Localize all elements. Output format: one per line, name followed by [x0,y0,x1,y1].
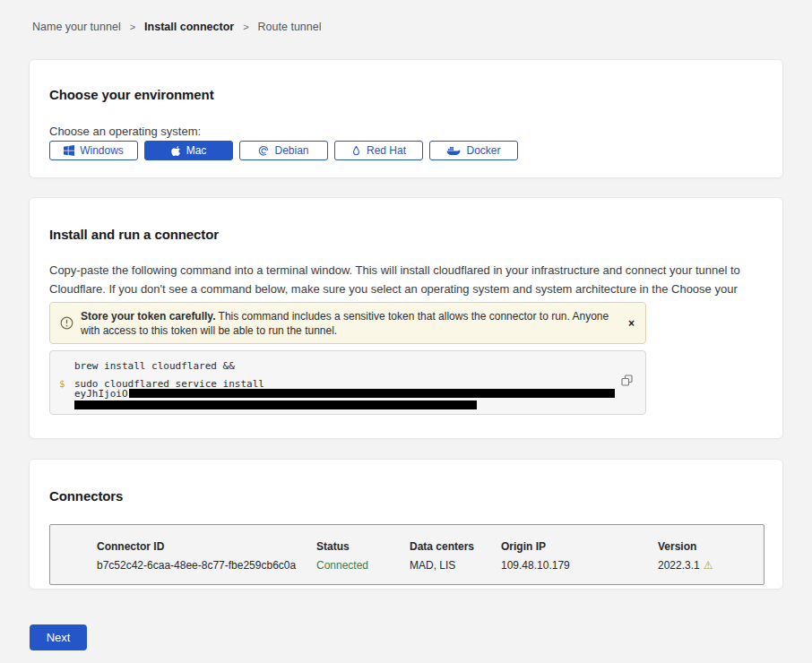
os-button-debian[interactable]: Debian [239,141,328,160]
os-button-label: Mac [186,144,207,157]
token-warning-banner: Store your token carefully. This command… [49,302,646,344]
os-button-redhat[interactable]: Red Hat [334,141,423,160]
os-button-group: Windows Mac Debian Red Hat [49,141,518,160]
breadcrumb-separator: > [130,22,135,32]
connectors-card: Connectors Connector ID Status Data cent… [29,459,783,590]
header-status: Status [316,540,410,553]
copy-icon[interactable] [621,375,633,386]
data-centers-value: MAD, LIS [410,559,501,572]
code-line-brew: brew install cloudflared && [74,360,235,372]
connectors-table: Connector ID Status Data centers Origin … [49,524,764,585]
warning-triangle-icon: ⚠ [704,559,713,572]
alert-circle-icon [60,316,73,330]
breadcrumb-step-name-your-tunnel[interactable]: Name your tunnel [32,21,121,33]
redacted-token-bar [74,400,477,409]
install-card-title: Install and run a connector [49,227,219,242]
redhat-icon [351,145,361,157]
header-version: Version [658,540,764,553]
version-value: 2022.3.1⚠ [658,559,764,572]
origin-ip-value: 109.48.10.179 [501,559,658,572]
connectors-card-title: Connectors [49,488,123,504]
shell-prompt: $ [59,378,65,390]
apple-icon [171,145,181,157]
docker-icon [446,145,461,156]
debian-icon [258,145,269,156]
version-number: 2022.3.1 [658,559,700,572]
header-data-centers: Data centers [410,540,501,553]
table-row: b7c52c42-6caa-48ee-8c77-fbe259cb6c0a Con… [50,559,764,572]
status-badge: Connected [316,559,410,572]
environment-card-title: Choose your environment [49,87,214,102]
tunnel-setup-page: Name your tunnel > Install connector > R… [0,0,812,663]
next-button[interactable]: Next [30,624,87,650]
close-icon[interactable]: × [628,318,635,329]
breadcrumb: Name your tunnel > Install connector > R… [32,21,321,33]
header-connector-id: Connector ID [97,540,316,553]
warning-message: Store your token carefully. This command… [81,309,628,338]
os-button-label: Debian [274,144,308,157]
breadcrumb-separator: > [243,22,248,32]
breadcrumb-step-install-connector[interactable]: Install connector [144,21,234,33]
redacted-token-bar [129,389,615,398]
choose-environment-card: Choose your environment Choose an operat… [29,59,783,178]
install-connector-card: Install and run a connector Copy-paste t… [29,197,783,439]
breadcrumb-step-route-tunnel[interactable]: Route tunnel [258,21,322,33]
code-line-token-2 [74,399,477,410]
connectors-table-header: Connector ID Status Data centers Origin … [50,540,764,553]
install-command-code-block: brew install cloudflared && $ sudo cloud… [49,350,646,415]
os-button-label: Windows [80,144,124,157]
os-button-label: Red Hat [367,144,406,157]
warning-message-bold: Store your token carefully. [81,310,216,323]
header-origin-ip: Origin IP [501,540,658,553]
connector-id-value: b7c52c42-6caa-48ee-8c77-fbe259cb6c0a [97,559,316,572]
os-button-label: Docker [466,144,500,157]
os-button-docker[interactable]: Docker [429,141,518,160]
windows-icon [64,145,74,156]
os-button-windows[interactable]: Windows [49,141,138,160]
os-button-mac[interactable]: Mac [144,141,233,160]
os-select-label: Choose an operating system: [49,125,201,138]
